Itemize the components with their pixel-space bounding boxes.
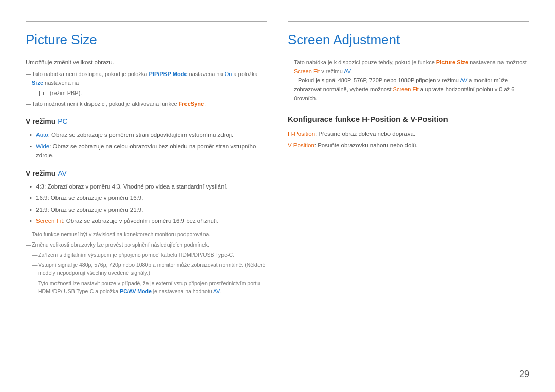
note-pip-pbp: Tato nabídka není dostupná, pokud je pol… — [26, 70, 267, 87]
hposition-line: H-Position: Přesune obraz doleva nebo do… — [288, 129, 529, 138]
vposition-line: V-Position: Posuňte obrazovku nahoru neb… — [288, 141, 529, 150]
page-number: 29 — [519, 369, 529, 380]
footnote-3: Zařízení s digitálním výstupem je připoj… — [26, 251, 267, 259]
right-sub-note: Pokud je signál 480P, 576P, 720P nebo 10… — [294, 77, 514, 101]
bullets-pc: Auto: Obraz se zobrazuje s poměrem stran… — [26, 130, 267, 160]
bullet-av-43: 4:3: Zobrazí obraz v poměru 4:3. Vhodné … — [30, 182, 267, 191]
konfig-title: Konfigurace funkce H-Position & V-Positi… — [288, 115, 529, 123]
subsection-pc-title: V režimu PC — [26, 117, 267, 125]
left-title: Picture Size — [26, 32, 267, 48]
footnote-5: Tyto možnosti lze nastavit pouze v přípa… — [26, 279, 267, 296]
bullets-av: 4:3: Zobrazí obraz v poměru 4:3. Vhodné … — [26, 182, 267, 226]
bullet-av-screenfit: Screen Fit: Obraz se zobrazuje v původní… — [30, 217, 267, 226]
right-column: Screen Adjustment Tato nabídka je k disp… — [288, 21, 529, 361]
left-column: Picture Size Umožňuje změnit velikost ob… — [26, 21, 267, 361]
bullet-pc-wide: Wide: Obraz se zobrazuje na celou obrazo… — [30, 142, 267, 160]
right-title: Screen Adjustment — [288, 32, 529, 48]
footnote-1: Tato funkce nemusí být v závislosti na k… — [26, 231, 267, 239]
pbp-icon — [39, 91, 47, 96]
intro-text: Umožňuje změnit velikost obrazu. — [26, 58, 267, 67]
subsection-av-title: V režimu AV — [26, 169, 267, 177]
bullet-av-219: 21:9: Obraz se zobrazuje v poměru 21:9. — [30, 206, 267, 214]
bullet-av-169: 16:9: Obraz se zobrazuje v poměru 16:9. — [30, 194, 267, 202]
note-pbp-sub: (režim PBP). — [26, 89, 267, 98]
footnote-2: Změnu velikosti obrazovky lze provést po… — [26, 241, 267, 249]
note-freesync: Tato možnost není k dispozici, pokud je … — [26, 100, 267, 108]
footnote-4: Vstupní signál je 480p, 576p, 720p nebo … — [26, 261, 267, 277]
right-main-note: Tato nabídka je k dispozici pouze tehdy,… — [288, 58, 529, 103]
bullet-pc-auto: Auto: Obraz se zobrazuje s poměrem stran… — [30, 130, 267, 139]
